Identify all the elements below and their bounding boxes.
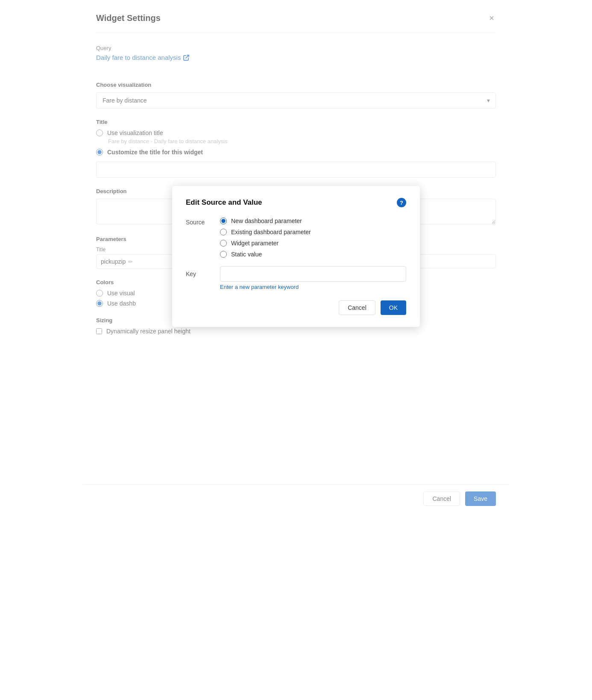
dialog-ok-button[interactable]: OK: [381, 300, 406, 315]
help-icon[interactable]: ?: [397, 198, 406, 207]
static-value-label: Static value: [231, 251, 262, 258]
dialog-key-input-wrap: pickupzip Enter a new parameter keyword: [220, 266, 406, 290]
widget-parameter-radio[interactable]: [220, 240, 227, 247]
dialog-title: Edit Source and Value: [186, 198, 262, 207]
widget-parameter-label: Widget parameter: [231, 240, 278, 247]
source-option-existing-dashboard[interactable]: Existing dashboard parameter: [220, 229, 311, 235]
dialog-source-row: Source New dashboard parameter Existing …: [186, 218, 406, 258]
dialog-key-hint: Enter a new parameter keyword: [220, 284, 406, 290]
dialog-key-label: Key: [186, 266, 211, 277]
dialog-source-label: Source: [186, 218, 211, 226]
source-option-new-dashboard[interactable]: New dashboard parameter: [220, 218, 311, 224]
existing-dashboard-radio[interactable]: [220, 229, 227, 235]
help-icon-label: ?: [400, 200, 403, 206]
dialog-key-input[interactable]: pickupzip: [220, 266, 406, 282]
dialog-source-options: New dashboard parameter Existing dashboa…: [220, 218, 311, 258]
existing-dashboard-label: Existing dashboard parameter: [231, 229, 311, 235]
dialog-header: Edit Source and Value ?: [186, 198, 406, 207]
dialog-cancel-button[interactable]: Cancel: [339, 300, 375, 315]
source-option-static-value[interactable]: Static value: [220, 251, 311, 258]
static-value-radio[interactable]: [220, 251, 227, 258]
new-dashboard-radio[interactable]: [220, 218, 227, 224]
source-option-widget-parameter[interactable]: Widget parameter: [220, 240, 311, 247]
dialog-key-row: Key pickupzip Enter a new parameter keyw…: [186, 266, 406, 290]
edit-source-dialog: Edit Source and Value ? Source New dashb…: [172, 186, 420, 327]
dialog-footer: Cancel OK: [186, 300, 406, 315]
new-dashboard-label: New dashboard parameter: [231, 218, 302, 224]
dialog-backdrop: Edit Source and Value ? Source New dashb…: [82, 0, 510, 513]
